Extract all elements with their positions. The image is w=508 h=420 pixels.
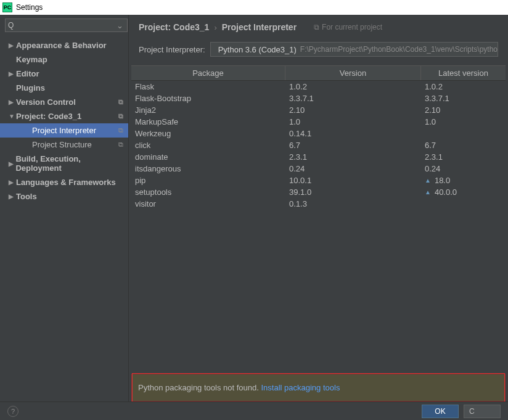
- cell-latest: 6.7: [421, 140, 506, 150]
- main-area: ⌄ ▶Appearance & BehaviorKeymap▶EditorPlu…: [0, 15, 508, 401]
- tree-arrow-icon: ▶: [9, 179, 16, 186]
- table-body: Flask1.0.21.0.2Flask-Bootstrap3.3.7.13.3…: [131, 81, 506, 374]
- cancel-button[interactable]: C: [464, 405, 501, 418]
- cell-latest: 0.24: [421, 163, 506, 174]
- cell-latest: 3.3.7.1: [421, 93, 506, 104]
- cell-package: itsdangerous: [131, 163, 285, 174]
- table-row[interactable]: itsdangerous0.240.24: [131, 163, 506, 175]
- tree-arrow-icon: ▶: [9, 99, 16, 105]
- cell-package: MarkupSafe: [131, 117, 285, 127]
- table-row[interactable]: Flask1.0.21.0.2: [131, 81, 506, 93]
- tree-arrow-icon: ▼: [9, 113, 16, 120]
- cell-version: 1.0.2: [285, 81, 421, 92]
- help-icon[interactable]: ?: [7, 406, 18, 417]
- cell-latest: 1.0.2: [421, 81, 506, 92]
- for-current-project: ⧉ For current project: [314, 23, 382, 31]
- warning-bar: Python packaging tools not found. Instal…: [131, 374, 506, 401]
- tree-item-label: Editor: [16, 69, 39, 78]
- tree-item[interactable]: ▶Version Control⧉: [0, 95, 128, 109]
- tree-item-label: Appearance & Behavior: [16, 41, 107, 50]
- cell-version: 39.1.0: [285, 187, 421, 197]
- cell-package: Flask-Bootstrap: [131, 93, 285, 104]
- window-title: Settings: [16, 3, 43, 12]
- tree-item[interactable]: Project Interpreter⧉: [0, 123, 128, 138]
- packages-table: Package Version Latest version Flask1.0.…: [131, 65, 506, 374]
- copy-icon: ⧉: [118, 126, 123, 134]
- cell-latest: 2.3.1: [421, 152, 506, 162]
- tree-item-label: Plugins: [16, 83, 45, 93]
- breadcrumb-parent[interactable]: Project: Code3_1: [139, 22, 209, 32]
- table-row[interactable]: Werkzeug0.14.1: [131, 128, 506, 139]
- interpreter-select[interactable]: Python 3.6 (Code3_1) F:\PycharmProject\P…: [210, 42, 498, 57]
- header-version[interactable]: Version: [285, 66, 421, 80]
- tree-item[interactable]: ▼Project: Code3_1⧉: [0, 109, 128, 123]
- titlebar: PC Settings: [0, 0, 508, 15]
- header-latest[interactable]: Latest version: [421, 66, 506, 80]
- tree-arrow-icon: ▶: [9, 193, 16, 200]
- tree-item[interactable]: ▶Editor: [0, 67, 128, 81]
- interpreter-row: Project Interpreter: Python 3.6 (Code3_1…: [129, 37, 508, 65]
- sidebar: ⌄ ▶Appearance & BehaviorKeymap▶EditorPlu…: [0, 15, 129, 401]
- cell-latest: 2.10: [421, 105, 506, 115]
- cell-version: 6.7: [285, 140, 421, 150]
- upgrade-arrow-icon: ▲: [425, 177, 431, 184]
- table-row[interactable]: setuptools39.1.0▲ 40.0.0: [131, 186, 506, 198]
- tree-item-label: Build, Execution, Deployment: [15, 154, 123, 173]
- tree-arrow-icon: ▶: [9, 70, 16, 77]
- cell-version: 0.1.3: [285, 199, 421, 209]
- cell-version: 0.14.1: [285, 128, 421, 139]
- warning-text: Python packaging tools not found.: [138, 383, 261, 392]
- table-row[interactable]: dominate2.3.12.3.1: [131, 151, 506, 163]
- cell-package: visitor: [131, 199, 285, 209]
- cell-package: pip: [131, 175, 285, 186]
- content: Project: Code3_1 › Project Interpreter ⧉…: [129, 15, 508, 401]
- cell-package: Flask: [131, 81, 285, 92]
- table-row[interactable]: Jinja22.102.10: [131, 104, 506, 116]
- cell-version: 0.24: [285, 163, 421, 174]
- tree-item[interactable]: Project Structure⧉: [0, 138, 128, 152]
- tree-item[interactable]: ▶Build, Execution, Deployment: [0, 152, 128, 175]
- header-package[interactable]: Package: [131, 66, 285, 80]
- cell-version: 1.0: [285, 117, 421, 127]
- table-row[interactable]: Flask-Bootstrap3.3.7.13.3.7.1: [131, 93, 506, 104]
- cell-package: Jinja2: [131, 105, 285, 115]
- search-input[interactable]: [5, 19, 128, 32]
- tree-arrow-icon: ▶: [9, 42, 16, 49]
- tree-item[interactable]: ▶Appearance & Behavior: [0, 38, 128, 52]
- cell-package: setuptools: [131, 187, 285, 197]
- cell-latest: [421, 128, 506, 139]
- copy-icon: ⧉: [314, 23, 319, 31]
- app-icon: PC: [2, 2, 12, 12]
- install-link[interactable]: Install packaging tools: [261, 383, 340, 392]
- cell-version: 2.10: [285, 105, 421, 115]
- cell-version: 3.3.7.1: [285, 93, 421, 104]
- table-row[interactable]: click6.76.7: [131, 139, 506, 151]
- interpreter-label: Project Interpreter:: [139, 45, 205, 54]
- cell-package: Werkzeug: [131, 128, 285, 139]
- tree-item[interactable]: Plugins: [0, 81, 128, 95]
- cell-latest: 1.0: [421, 117, 506, 127]
- tree-item-label: Project Interpreter: [32, 126, 96, 135]
- tree-item-label: Project Structure: [32, 140, 92, 149]
- footer: ? OK C: [0, 401, 508, 420]
- ok-button[interactable]: OK: [422, 405, 459, 418]
- tree-item[interactable]: ▶Tools: [0, 189, 128, 204]
- tree-item[interactable]: ▶Languages & Frameworks: [0, 175, 128, 189]
- cell-version: 2.3.1: [285, 152, 421, 162]
- tree-item-label: Tools: [16, 192, 37, 201]
- table-row[interactable]: visitor0.1.3: [131, 198, 506, 210]
- breadcrumb-sep: ›: [214, 23, 216, 32]
- table-row[interactable]: MarkupSafe1.01.0: [131, 116, 506, 128]
- settings-tree: ▶Appearance & BehaviorKeymap▶EditorPlugi…: [0, 36, 128, 401]
- cell-package: dominate: [131, 152, 285, 162]
- tree-item-label: Project: Code3_1: [16, 112, 81, 121]
- table-row[interactable]: pip10.0.1▲ 18.0: [131, 175, 506, 186]
- breadcrumb: Project: Code3_1 › Project Interpreter ⧉…: [129, 15, 508, 37]
- copy-icon: ⧉: [118, 141, 123, 149]
- copy-icon: ⧉: [118, 112, 123, 120]
- cell-version: 10.0.1: [285, 175, 421, 186]
- interpreter-path: F:\PycharmProject\PythonBook\Code3_1\ven…: [300, 45, 498, 54]
- table-header: Package Version Latest version: [131, 65, 506, 81]
- tree-item[interactable]: Keymap: [0, 52, 128, 67]
- tree-item-label: Languages & Frameworks: [16, 178, 116, 187]
